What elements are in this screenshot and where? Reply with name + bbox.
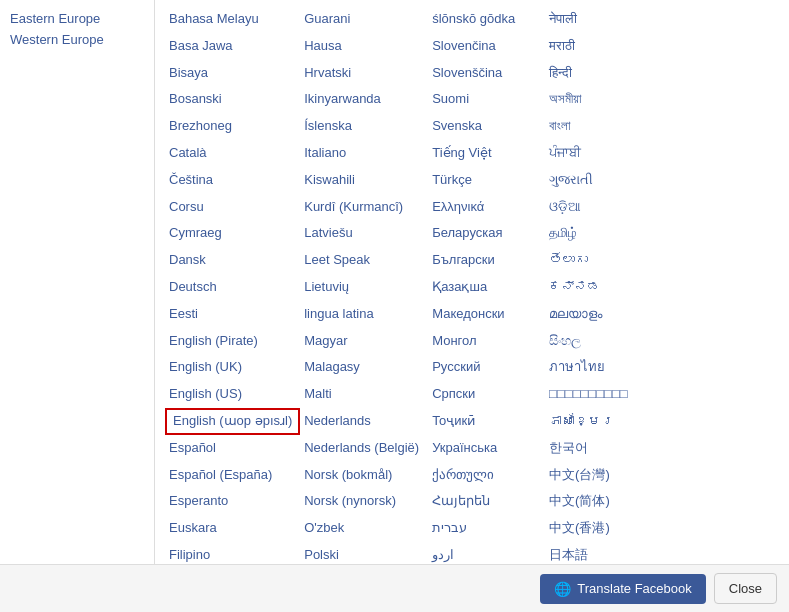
lang-link-беларуская[interactable]: Беларуская	[428, 220, 545, 247]
lang-link-македонски[interactable]: Македонски	[428, 301, 545, 328]
lang-link-deutsch[interactable]: Deutsch	[165, 274, 300, 301]
lang-link-tiếng-việt[interactable]: Tiếng Việt	[428, 140, 545, 167]
sidebar-item-eastern-europe[interactable]: Eastern Europe	[10, 8, 144, 29]
lang-link-english-uk[interactable]: English (UK)	[165, 354, 300, 381]
lang-col-2: ślōnskō gōdkaSlovenčinaSlovenščinaSuomiS…	[428, 6, 545, 564]
lang-link-kiswahili[interactable]: Kiswahili	[300, 167, 428, 194]
lang-link-norsk-bokmål[interactable]: Norsk (bokmål)	[300, 462, 428, 489]
lang-link-kurdî-kurmancî[interactable]: Kurdî (Kurmancî)	[300, 194, 428, 221]
lang-link-čeština[interactable]: Čeština	[165, 167, 300, 194]
close-button[interactable]: Close	[714, 573, 777, 604]
lang-link-euskara[interactable]: Euskara	[165, 515, 300, 542]
lang-link-lingua-latina[interactable]: lingua latina	[300, 301, 428, 328]
lang-link-español[interactable]: Español	[165, 435, 300, 462]
lang-link-norsk-nynorsk[interactable]: Norsk (nynorsk)	[300, 488, 428, 515]
lang-link-中文简体[interactable]: 中文(简体)	[545, 488, 662, 515]
lang-link-bahasa-melayu[interactable]: Bahasa Melayu	[165, 6, 300, 33]
lang-link-dansk[interactable]: Dansk	[165, 247, 300, 274]
lang-link-español-españa[interactable]: Español (España)	[165, 462, 300, 489]
lang-link-հայերեն[interactable]: Հայերեն	[428, 488, 545, 515]
lang-link-leet-speak[interactable]: Leet Speak	[300, 247, 428, 274]
lang-link-brezhoneg[interactable]: Brezhoneg	[165, 113, 300, 140]
lang-link-türkçe[interactable]: Türkçe	[428, 167, 545, 194]
lang-link-ελληνικά[interactable]: Ελληνικά	[428, 194, 545, 221]
lang-link-íslenska[interactable]: Íslenska	[300, 113, 428, 140]
lang-link-മലയാളം[interactable]: മലയാളം	[545, 301, 662, 328]
lang-link-தமிழ்[interactable]: தமிழ்	[545, 220, 662, 247]
lang-link-ਪੰਜਾਬੀ[interactable]: ਪੰਜਾਬੀ	[545, 140, 662, 167]
lang-link-slovenčina[interactable]: Slovenčina	[428, 33, 545, 60]
lang-link-lietuvių[interactable]: Lietuvių	[300, 274, 428, 301]
sidebar-item-western-europe[interactable]: Western Europe	[10, 29, 144, 50]
lang-link-hrvatski[interactable]: Hrvatski	[300, 60, 428, 87]
lang-link-corsu[interactable]: Corsu	[165, 194, 300, 221]
lang-link-ଓଡ଼ିଆ[interactable]: ଓଡ଼ିଆ	[545, 194, 662, 221]
lang-link-guarani[interactable]: Guarani	[300, 6, 428, 33]
lang-link-नेपाली[interactable]: नेपाली	[545, 6, 662, 33]
lang-col-1: GuaraniHausaHrvatskiIkinyarwandaÍslenska…	[300, 6, 428, 564]
lang-link-български[interactable]: Български	[428, 247, 545, 274]
lang-link-עברית[interactable]: עברית	[428, 515, 545, 542]
lang-link-मराठी[interactable]: मराठी	[545, 33, 662, 60]
lang-link-українська[interactable]: Українська	[428, 435, 545, 462]
lang-link-অসমীয়া[interactable]: অসমীয়া	[545, 86, 662, 113]
lang-link-cymraeg[interactable]: Cymraeg	[165, 220, 300, 247]
lang-link-বাংলা[interactable]: বাংলা	[545, 113, 662, 140]
sidebar: Eastern Europe Western Europe	[0, 0, 155, 564]
lang-link-polski[interactable]: Polski	[300, 542, 428, 564]
lang-link-русский[interactable]: Русский	[428, 354, 545, 381]
lang-link-中文台灣[interactable]: 中文(台灣)	[545, 462, 662, 489]
lang-link-اردو[interactable]: اردو	[428, 542, 545, 564]
lang-link-монгол[interactable]: Монгол	[428, 328, 545, 355]
lang-link-suomi[interactable]: Suomi	[428, 86, 545, 113]
lang-link-ślōnskō-gōdka[interactable]: ślōnskō gōdka	[428, 6, 545, 33]
lang-link-malti[interactable]: Malti	[300, 381, 428, 408]
lang-link-□□□□□□□□□□[interactable]: □□□□□□□□□□	[545, 381, 662, 408]
globe-icon: 🌐	[554, 581, 571, 597]
lang-link-filipino[interactable]: Filipino	[165, 542, 300, 564]
lang-link-nederlands[interactable]: Nederlands	[300, 408, 428, 435]
lang-link-日本語[interactable]: 日本語	[545, 542, 662, 564]
lang-link-eesti[interactable]: Eesti	[165, 301, 300, 328]
lang-link-català[interactable]: Català	[165, 140, 300, 167]
lang-link-svenska[interactable]: Svenska	[428, 113, 545, 140]
lang-link-latviešu[interactable]: Latviešu	[300, 220, 428, 247]
lang-link-basa-jawa[interactable]: Basa Jawa	[165, 33, 300, 60]
lang-link-hausa[interactable]: Hausa	[300, 33, 428, 60]
language-grid-area: Bahasa MelayuBasa JawaBisayaBosanskiBrez…	[155, 0, 789, 564]
lang-col-0: Bahasa MelayuBasa JawaBisayaBosanskiBrez…	[165, 6, 300, 564]
lang-link-ikinyarwanda[interactable]: Ikinyarwanda	[300, 86, 428, 113]
lang-link-magyar[interactable]: Magyar	[300, 328, 428, 355]
lang-link-हिन्दी[interactable]: हिन्दी	[545, 60, 662, 87]
lang-link-malagasy[interactable]: Malagasy	[300, 354, 428, 381]
lang-link-тоҷикӣ[interactable]: Тоҷикӣ	[428, 408, 545, 435]
lang-link-ქართული[interactable]: ქართული	[428, 462, 545, 489]
lang-link-中文香港[interactable]: 中文(香港)	[545, 515, 662, 542]
lang-link-o'zbek[interactable]: O'zbek	[300, 515, 428, 542]
lang-link-bosanski[interactable]: Bosanski	[165, 86, 300, 113]
lang-link-italiano[interactable]: Italiano	[300, 140, 428, 167]
lang-link-ಕನ್ನಡ[interactable]: ಕನ್ನಡ	[545, 274, 662, 301]
lang-link-ภาษาไทย[interactable]: ภาษาไทย	[545, 354, 662, 381]
footer: 🌐 Translate Facebook Close	[0, 564, 789, 612]
translate-label: Translate Facebook	[577, 581, 691, 596]
lang-link-తెలుగు[interactable]: తెలుగు	[545, 247, 662, 274]
lang-link-slovenščina[interactable]: Slovenščina	[428, 60, 545, 87]
lang-link-bisaya[interactable]: Bisaya	[165, 60, 300, 87]
translate-facebook-button[interactable]: 🌐 Translate Facebook	[540, 574, 705, 604]
lang-link-ភាសាខ្មែរ[interactable]: ភាសាខ្មែរ	[545, 408, 662, 435]
lang-link-қазақша[interactable]: Қазақша	[428, 274, 545, 301]
lang-link-english-pirate[interactable]: English (Pirate)	[165, 328, 300, 355]
lang-col-3: नेपालीमराठीहिन्दीঅসমীয়াবাংলাਪੰਜਾਬੀગુજરા…	[545, 6, 662, 564]
main-container: Eastern Europe Western Europe Bahasa Mel…	[0, 0, 789, 564]
lang-link-english-us[interactable]: English (US)	[165, 381, 300, 408]
lang-link-한국어[interactable]: 한국어	[545, 435, 662, 462]
lang-link-english-upside-down[interactable]: English (ɯop ǝpısɹl)	[169, 410, 296, 431]
lang-link-nederlands-belgië[interactable]: Nederlands (België)	[300, 435, 428, 462]
lang-link-српски[interactable]: Српски	[428, 381, 545, 408]
lang-link-ગુજરાતી[interactable]: ગુજરાતી	[545, 167, 662, 194]
lang-link-esperanto[interactable]: Esperanto	[165, 488, 300, 515]
language-grid: Bahasa MelayuBasa JawaBisayaBosanskiBrez…	[165, 6, 779, 564]
lang-link-සිංහල[interactable]: සිංහල	[545, 328, 662, 355]
